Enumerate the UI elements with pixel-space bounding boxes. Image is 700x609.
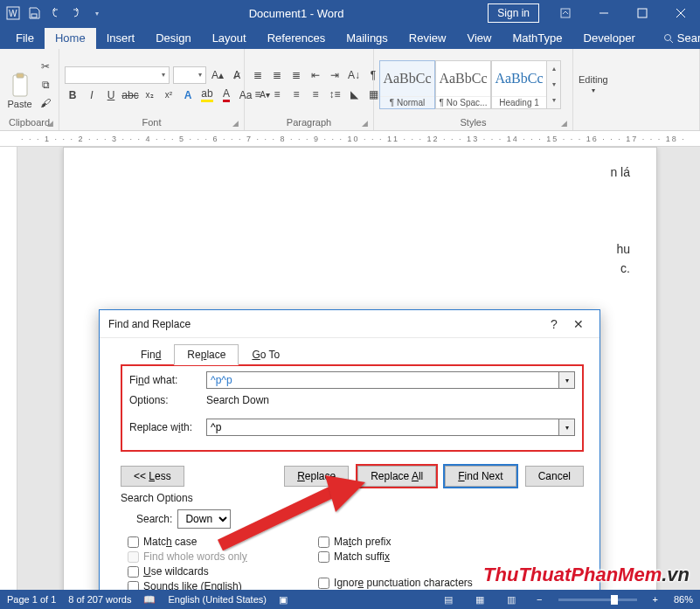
styles-dialog-launcher[interactable]: ◢ [561, 119, 567, 128]
zoom-out-button[interactable]: − [533, 594, 545, 605]
chk-ignore-punct[interactable] [318, 578, 329, 589]
tab-mailings[interactable]: Mailings [336, 28, 399, 49]
bullets-icon[interactable]: ≣ [250, 67, 266, 83]
sort-icon[interactable]: A↓ [346, 67, 362, 83]
status-words[interactable]: 8 of 207 words [68, 594, 131, 605]
sign-in-button[interactable]: Sign in [488, 3, 539, 23]
status-language[interactable]: English (United States) [168, 594, 267, 605]
cancel-button[interactable]: Cancel [525, 466, 584, 487]
grow-font-icon[interactable]: A▴ [210, 67, 225, 83]
chk-suffix[interactable] [318, 551, 329, 563]
ribbon-collapse-icon[interactable] [546, 0, 585, 26]
view-web-icon[interactable]: ▥ [502, 592, 521, 607]
subscript-button[interactable]: x₂ [142, 87, 157, 103]
view-read-icon[interactable]: ▤ [439, 592, 458, 607]
tab-home[interactable]: Home [45, 28, 96, 49]
tab-references[interactable]: References [257, 28, 336, 49]
font-dialog-launcher[interactable]: ◢ [232, 119, 239, 128]
zoom-value[interactable]: 86% [674, 594, 693, 605]
document-area: n lá hu c. 200g lá nha đam tươi rửa sạch… [0, 147, 700, 590]
clear-format-icon[interactable]: A̷ [229, 67, 245, 83]
strike-button[interactable]: abc [122, 87, 138, 103]
text-effects-icon[interactable]: A [180, 87, 196, 103]
superscript-button[interactable]: x² [161, 87, 177, 103]
tab-layout[interactable]: Layout [202, 28, 257, 49]
align-right-icon[interactable]: ≡ [288, 87, 304, 102]
justify-icon[interactable]: ≡ [308, 87, 323, 102]
cut-icon[interactable]: ✂ [38, 59, 53, 74]
status-macro-icon[interactable]: ▣ [279, 594, 288, 606]
tab-review[interactable]: Review [399, 28, 457, 49]
zoom-in-button[interactable]: + [649, 594, 662, 605]
tab-file[interactable]: File [5, 28, 45, 49]
format-painter-icon[interactable]: 🖌 [38, 95, 53, 111]
replace-with-dropdown[interactable]: ▾ [559, 419, 575, 436]
style-normal[interactable]: AaBbCc¶ Normal [379, 60, 435, 109]
redo-icon[interactable] [68, 5, 84, 21]
increase-indent-icon[interactable]: ⇥ [327, 67, 343, 83]
replace-button[interactable]: Replace [284, 466, 349, 487]
status-spell-icon[interactable]: 📖 [143, 594, 156, 606]
search-direction-select[interactable]: Down [177, 509, 231, 529]
chk-sounds-like[interactable] [128, 581, 139, 591]
less-button[interactable]: << Less [121, 466, 184, 487]
dialog-tab-find[interactable]: Find [128, 344, 174, 365]
dialog-close-button[interactable]: ✕ [566, 317, 591, 331]
chk-prefix[interactable] [318, 536, 329, 548]
shading-icon[interactable]: ◣ [346, 87, 362, 102]
ruler-vertical[interactable] [0, 147, 17, 590]
editing-menu[interactable]: Editing▾ [579, 74, 608, 94]
chk-match-case[interactable] [128, 536, 139, 548]
clipboard-dialog-launcher[interactable]: ◢ [47, 119, 53, 128]
paste-button[interactable]: Paste [5, 60, 34, 109]
align-center-icon[interactable]: ≡ [269, 87, 285, 102]
numbering-icon[interactable]: ≣ [269, 67, 285, 83]
font-size-combo[interactable]: ▾ [173, 66, 206, 84]
style-heading1[interactable]: AaBbCcHeading 1 [491, 60, 547, 109]
tab-mathtype[interactable]: MathType [502, 28, 572, 49]
save-icon[interactable] [26, 5, 42, 21]
decrease-indent-icon[interactable]: ⇤ [308, 67, 323, 83]
replace-all-button[interactable]: Replace All [357, 466, 436, 487]
group-label-styles: Styles [461, 117, 487, 128]
styles-down-icon[interactable]: ▾ [547, 77, 560, 93]
replace-with-input[interactable] [206, 419, 559, 436]
find-what-dropdown[interactable]: ▾ [559, 371, 575, 389]
view-print-icon[interactable]: ▦ [470, 592, 489, 607]
find-next-button[interactable]: Find Next [445, 466, 516, 487]
qat-dropdown-icon[interactable]: ▾ [89, 5, 105, 21]
minimize-button[interactable] [585, 0, 623, 26]
multilevel-icon[interactable]: ≣ [288, 67, 304, 83]
align-left-icon[interactable]: ≡ [250, 87, 266, 102]
chk-wildcards[interactable] [128, 566, 139, 578]
zoom-slider[interactable] [558, 599, 637, 601]
tab-insert[interactable]: Insert [96, 28, 146, 49]
italic-button[interactable]: I [84, 87, 100, 103]
dialog-help-button[interactable]: ? [542, 317, 566, 331]
highlight-icon[interactable]: ab [199, 87, 215, 103]
highlight-fields: Find what: ▾ Options: Search Down Replac… [121, 364, 584, 452]
tab-design[interactable]: Design [145, 28, 201, 49]
styles-expand-icon[interactable]: ▾ [547, 93, 560, 108]
underline-button[interactable]: U [103, 87, 119, 103]
copy-icon[interactable]: ⧉ [38, 77, 53, 93]
undo-icon[interactable] [47, 5, 63, 21]
styles-up-icon[interactable]: ▴ [547, 61, 560, 77]
font-color-icon[interactable]: A [218, 87, 234, 103]
find-what-input[interactable] [206, 371, 559, 389]
font-family-combo[interactable]: ▾ [65, 66, 170, 84]
bold-button[interactable]: B [65, 87, 80, 103]
line-spacing-icon[interactable]: ↕≡ [327, 87, 343, 102]
dialog-tab-replace[interactable]: Replace [174, 344, 239, 365]
maximize-button[interactable] [623, 0, 662, 26]
dialog-tab-goto[interactable]: Go To [239, 344, 293, 365]
tab-view[interactable]: View [456, 28, 502, 49]
close-button[interactable] [662, 0, 700, 26]
styles-gallery[interactable]: AaBbCc¶ Normal AaBbCc¶ No Spac... AaBbCc… [379, 60, 561, 109]
style-no-spacing[interactable]: AaBbCc¶ No Spac... [435, 60, 491, 109]
ruler-horizontal[interactable]: · · · 1 · · · 2 · · · 3 · · · 4 · · · 5 … [0, 131, 700, 147]
status-page[interactable]: Page 1 of 1 [7, 594, 56, 605]
tab-developer[interactable]: Developer [573, 28, 646, 49]
tell-me-search[interactable]: Search [653, 28, 700, 49]
paragraph-dialog-launcher[interactable]: ◢ [362, 119, 368, 128]
